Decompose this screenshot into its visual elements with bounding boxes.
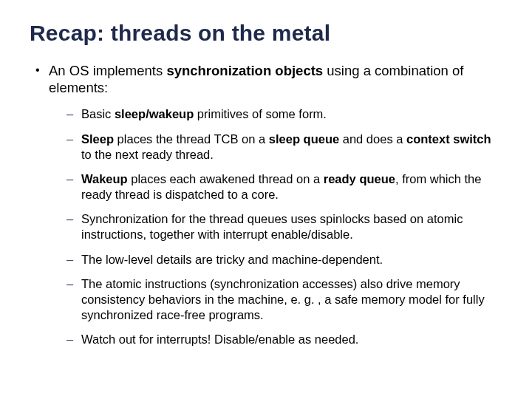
dash-icon: – [66,132,81,162]
item-text: Wakeup places each awakened thread on a … [81,171,502,202]
t: Sleep [81,132,114,146]
lead-bullet: • An OS implements synchronization objec… [35,62,502,96]
dash-icon: – [66,106,81,122]
item-text: Watch out for interrupts! Disable/enable… [81,332,502,347]
t: Wakeup [81,172,128,185]
list-item: – Watch out for interrupts! Disable/enab… [66,332,502,347]
t: sleep queue [269,132,339,146]
dash-icon: – [66,211,81,242]
t: and does a [339,132,406,146]
item-text: The atomic instructions (synchronization… [81,276,502,322]
item-text: The low-level details are tricky and mac… [81,252,502,267]
t: sleep/wakeup [115,107,194,120]
t: to the next ready thread. [81,148,214,161]
bullet-dot-icon: • [35,62,49,96]
dash-icon: – [66,332,81,347]
list-item: – Synchronization for the thread queues … [66,211,502,242]
lead-text: An OS implements synchronization objects… [49,62,502,96]
t: Basic [81,107,115,120]
item-text: Sleep places the thread TCB on a sleep q… [81,132,502,162]
item-text: Synchronization for the thread queues us… [81,211,502,242]
list-item: – The low-level details are tricky and m… [66,252,502,267]
dash-icon: – [66,252,81,267]
list-item: – The atomic instructions (synchronizati… [66,276,502,322]
t: context switch [406,132,491,146]
lead-pre: An OS implements [49,63,166,78]
dash-icon: – [66,276,81,322]
t: primitives of some form. [194,107,327,120]
slide-title: Recap: threads on the metal [30,21,502,46]
lead-bold: synchronization objects [166,63,323,78]
item-text: Basic sleep/wakeup primitives of some fo… [81,106,502,122]
list-item: – Sleep places the thread TCB on a sleep… [66,132,502,162]
list-item: – Wakeup places each awakened thread on … [66,171,502,202]
sub-list: – Basic sleep/wakeup primitives of some … [66,106,502,347]
t: places the thread TCB on a [114,132,269,146]
list-item: – Basic sleep/wakeup primitives of some … [66,106,502,122]
t: places each awakened thread on a [128,172,324,185]
t: ready queue [324,172,395,185]
dash-icon: – [66,171,81,202]
